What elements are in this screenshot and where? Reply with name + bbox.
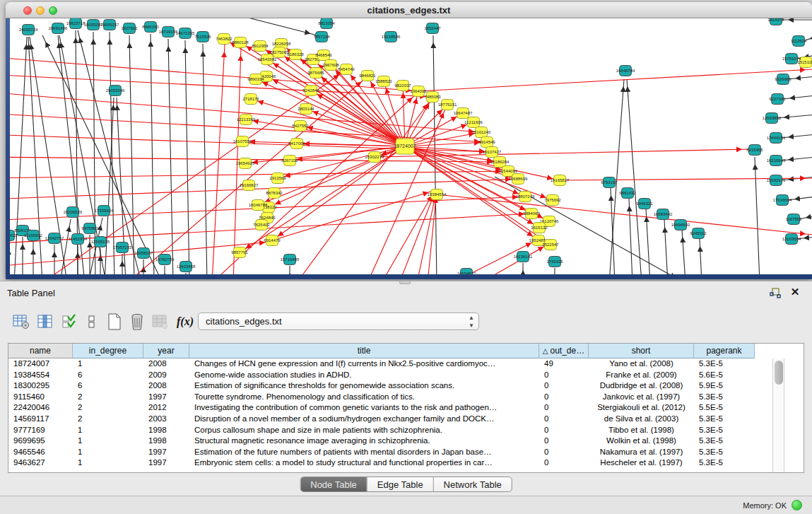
float-panel-icon[interactable] (770, 287, 781, 298)
column-header-year[interactable]: year (143, 344, 189, 358)
network-canvas[interactable]: 1872400774638228860128891295418226058182… (10, 18, 812, 274)
table-row[interactable]: 946554611997Estimation of the future num… (8, 447, 755, 458)
table-cell[interactable]: 49 (539, 358, 589, 370)
table-cell[interactable]: Tourette syndrome. Phenomenology and cla… (189, 392, 539, 403)
table-cell[interactable]: 1 (73, 457, 143, 469)
table-cell[interactable]: 22420046 (8, 402, 73, 414)
table-cell[interactable]: 0 (539, 436, 589, 447)
graph-edge[interactable] (781, 157, 812, 160)
table-cell[interactable]: 1998 (143, 436, 189, 447)
graph-edge[interactable] (168, 39, 173, 274)
table-cell[interactable]: 5.3E-5 (694, 457, 755, 469)
table-cell[interactable]: Disruption of a novel member of a sodium… (189, 414, 539, 425)
table-cell[interactable]: 9465546 (8, 447, 73, 458)
table-cell[interactable]: Changes of HCN gene expression and I(f) … (189, 358, 539, 370)
table-cell[interactable]: 5.3E-5 (694, 392, 755, 403)
graph-edge[interactable] (306, 109, 405, 146)
column-settings-icon[interactable] (35, 311, 55, 332)
table-cell[interactable]: 0 (539, 402, 589, 414)
table-row[interactable]: 1872400712008Changes of HCN gene express… (8, 358, 755, 370)
table-cell[interactable]: 1 (73, 358, 143, 370)
table-cell[interactable]: Nakamura et al. (1997) (589, 447, 694, 458)
table-cell[interactable]: 14569117 (8, 414, 73, 425)
table-cell[interactable]: 2 (73, 414, 143, 425)
table-cell[interactable]: 1998 (143, 425, 189, 436)
table-cell[interactable]: Corpus callosum shape and size in male p… (189, 425, 539, 436)
tab-node-table[interactable]: Node Table (300, 477, 367, 491)
table-cell[interactable]: Embryonic stem cells: a model to study s… (189, 457, 539, 469)
table-row[interactable]: 969969511998Structural magnetic resonanc… (8, 436, 755, 447)
new-table-icon[interactable] (105, 311, 124, 332)
table-row[interactable]: 1938455462009Genome-wide association stu… (8, 370, 755, 381)
graph-edge[interactable] (405, 122, 473, 146)
close-panel-icon[interactable]: ✕ (789, 286, 801, 298)
graph-edge[interactable] (10, 171, 508, 178)
table-cell[interactable]: 9699695 (8, 436, 73, 447)
graph-edge[interactable] (646, 209, 650, 274)
column-header-title[interactable]: title (189, 344, 539, 358)
graph-edge[interactable] (481, 243, 550, 274)
table-cell[interactable]: 18724007 (8, 358, 73, 370)
graph-edge[interactable] (272, 190, 435, 240)
table-cell[interactable]: 2012 (143, 402, 189, 414)
table-cell[interactable]: Yano et al. (2008) (589, 358, 694, 370)
table-cell[interactable]: 1997 (143, 392, 189, 403)
graph-edge[interactable] (611, 188, 615, 274)
graph-edge[interactable] (664, 220, 668, 274)
table-cell[interactable]: 2008 (143, 380, 189, 392)
table-cell[interactable]: Structural magnetic resonance image aver… (189, 436, 539, 447)
column-header-short[interactable]: short (589, 344, 694, 358)
table-cell[interactable]: 1 (73, 447, 143, 458)
table-cell[interactable]: 2 (73, 402, 143, 414)
graph-edge[interactable] (782, 95, 812, 99)
table-cell[interactable]: Genome-wide association studies in ADHD. (189, 370, 539, 381)
table-cell[interactable]: 5.5E-5 (694, 402, 755, 414)
table-cell[interactable]: Stergiakouli et al. (2012) (589, 402, 694, 414)
table-cell[interactable]: Hescheler et al. (1997) (589, 457, 694, 469)
graph-edge[interactable] (212, 18, 317, 35)
table-cell[interactable]: 9777169 (8, 425, 73, 436)
graph-edge[interactable] (240, 146, 405, 252)
graph-edge[interactable] (417, 189, 437, 274)
table-cell[interactable]: 0 (539, 425, 589, 436)
graph-edge[interactable] (682, 230, 686, 274)
table-cell[interactable]: 5.6E-5 (694, 370, 755, 381)
table-cell[interactable]: 5.3E-5 (694, 447, 755, 458)
table-cell[interactable]: 6 (73, 380, 143, 392)
table-cell[interactable]: 5.3E-5 (694, 414, 755, 425)
graph-edge[interactable] (110, 32, 114, 274)
window-titlebar[interactable]: citations_edges.txt (6, 2, 812, 18)
table-cell[interactable]: 5.3E-5 (694, 436, 755, 447)
column-header-pagerank[interactable]: pagerank (694, 344, 755, 358)
table-cell[interactable]: 5.9E-5 (694, 380, 755, 392)
table-cell[interactable]: Estimation of significance thresholds fo… (189, 380, 539, 392)
table-cell[interactable]: 2003 (143, 414, 189, 425)
column-header-out_de[interactable]: △out_de… (539, 344, 589, 358)
scrollbar-thumb[interactable] (775, 361, 783, 385)
table-cell[interactable]: Tibbo et al. (1998) (589, 425, 694, 436)
table-cell[interactable]: 2009 (143, 370, 189, 381)
select-rows-icon[interactable] (59, 311, 79, 332)
table-row[interactable]: 977716911998Corpus callosum shape and si… (8, 425, 755, 436)
table-cell[interactable]: 19384554 (8, 370, 73, 381)
table-cell[interactable]: de Silva et al. (2003) (589, 414, 694, 425)
table-cell[interactable]: Estimation of the future numbers of pati… (189, 447, 539, 458)
table-cell[interactable]: 1997 (143, 447, 189, 458)
table-row[interactable]: 911546021997Tourette syndrome. Phenomeno… (8, 392, 755, 403)
table-cell[interactable]: 18300295 (8, 380, 73, 392)
table-cell[interactable]: 0 (539, 447, 589, 458)
table-cell[interactable]: 0 (539, 457, 589, 469)
graph-edge[interactable] (311, 90, 405, 146)
table-cell[interactable]: 6 (73, 370, 143, 381)
table-cell[interactable]: 0 (539, 392, 589, 403)
table-cell[interactable]: 9463627 (8, 457, 73, 469)
table-select-dropdown[interactable]: citations_edges.txt ▲▼ (198, 313, 479, 330)
graph-edge[interactable] (781, 134, 812, 138)
table-row[interactable]: 946362711997Embryonic stem cells: a mode… (8, 457, 755, 469)
graph-edge[interactable] (777, 115, 812, 118)
row-height-icon[interactable] (82, 311, 102, 332)
graph-edge[interactable] (755, 157, 760, 274)
graph-edge[interactable] (627, 79, 642, 274)
table-scrollbar[interactable] (772, 358, 784, 473)
table-settings-icon[interactable] (11, 311, 31, 332)
